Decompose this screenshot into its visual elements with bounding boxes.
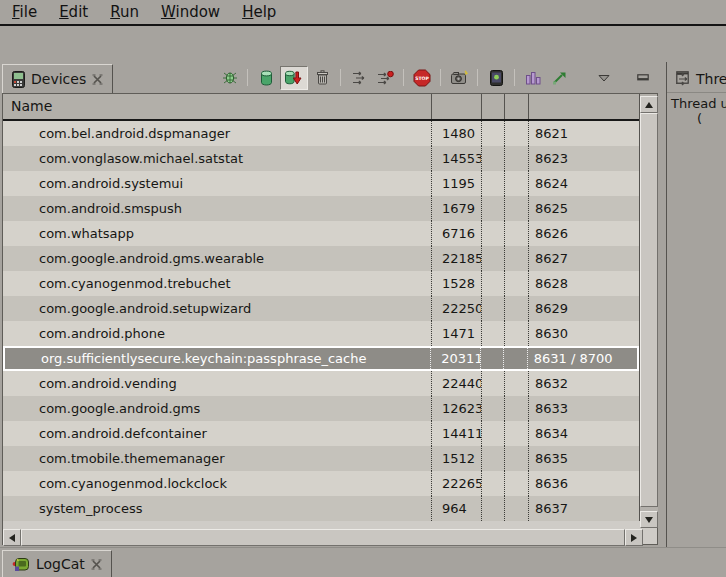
start-method-profiling-icon[interactable] xyxy=(373,66,397,90)
column-header-empty[interactable] xyxy=(481,94,504,119)
table-row[interactable]: org.sufficientlysecure.keychain:passphra… xyxy=(3,346,639,371)
cell-empty xyxy=(481,221,504,246)
cell-port: 8621 xyxy=(528,121,639,146)
menu-edit[interactable]: Edit xyxy=(51,1,96,23)
tab-devices[interactable]: Devices xyxy=(2,64,113,93)
cell-empty xyxy=(504,396,528,421)
menu-window[interactable]: Window xyxy=(153,1,228,23)
cell-port: 8626 xyxy=(528,221,639,246)
column-header-name[interactable]: Name xyxy=(3,94,431,119)
svg-text:STOP: STOP xyxy=(415,76,429,81)
cell-empty xyxy=(504,121,528,146)
table-row[interactable]: com.whatsapp 6716 8626 xyxy=(3,221,639,246)
cell-empty xyxy=(503,348,527,369)
cell-port: 8625 xyxy=(528,196,639,221)
cell-name: com.tmobile.thememanager xyxy=(3,446,431,471)
cell-empty xyxy=(504,146,528,171)
cell-empty xyxy=(504,471,528,496)
table-row[interactable]: com.google.android.setupwizard 22250 862… xyxy=(3,296,639,321)
cell-name: com.android.smspush xyxy=(3,196,431,221)
horizontal-scrollbar[interactable] xyxy=(3,529,643,546)
stop-process-icon[interactable]: STOP xyxy=(410,66,434,90)
column-header-pid[interactable] xyxy=(431,94,481,119)
menu-help[interactable]: Help xyxy=(234,1,284,23)
tab-devices-label: Devices xyxy=(31,71,86,87)
table-row[interactable]: com.vonglasow.michael.satstat 14553 8623 xyxy=(3,146,639,171)
cell-pid: 14553 xyxy=(431,146,481,171)
minimize-icon[interactable] xyxy=(631,66,655,90)
cell-pid: 14411 xyxy=(431,421,481,446)
tab-logcat-label: LogCat xyxy=(36,556,85,572)
cell-port: 8635 xyxy=(528,446,639,471)
cell-empty xyxy=(481,496,504,521)
cell-name: com.bel.android.dspmanager xyxy=(3,121,431,146)
column-header-empty[interactable] xyxy=(504,94,528,119)
menu-run[interactable]: Run xyxy=(102,1,147,23)
tab-threads[interactable]: Threads xyxy=(670,64,726,93)
close-icon[interactable] xyxy=(92,74,103,85)
scroll-down-button[interactable] xyxy=(640,511,658,528)
threads-panel: Threads Thread up ( xyxy=(666,62,726,547)
threads-message-line2: ( xyxy=(671,111,726,126)
cell-name: com.google.android.gms.wearable xyxy=(3,246,431,271)
horizontal-scroll-thumb[interactable] xyxy=(21,529,625,546)
table-row[interactable]: com.google.android.gms.wearable 22185 86… xyxy=(3,246,639,271)
menu-file[interactable]: File xyxy=(4,1,45,23)
dump-hprof-icon[interactable] xyxy=(280,66,308,90)
table-row[interactable]: com.android.phone 1471 8630 xyxy=(3,321,639,346)
scroll-up-button[interactable] xyxy=(640,96,658,113)
cell-empty xyxy=(481,396,504,421)
phone-icon xyxy=(12,71,25,88)
cell-empty xyxy=(481,146,504,171)
toolbar-separator xyxy=(247,69,248,86)
debug-process-icon[interactable] xyxy=(217,66,241,90)
cell-port: 8623 xyxy=(528,146,639,171)
device-view-icon[interactable] xyxy=(484,66,508,90)
column-header-port[interactable] xyxy=(528,94,639,119)
table-row[interactable]: com.cyanogenmod.trebuchet 1528 8628 xyxy=(3,271,639,296)
capture-view-hierarchy-icon[interactable] xyxy=(521,66,545,90)
toolbar-separator xyxy=(440,69,441,86)
cell-port: 8632 xyxy=(528,371,639,396)
table-row[interactable]: com.tmobile.thememanager 1512 8635 xyxy=(3,446,639,471)
table-row[interactable]: com.android.systemui 1195 8624 xyxy=(3,171,639,196)
table-row[interactable]: com.cyanogenmod.lockclock 22265 8636 xyxy=(3,471,639,496)
tab-threads-label: Threads xyxy=(696,71,726,87)
cell-empty xyxy=(481,371,504,396)
vertical-scrollbar[interactable] xyxy=(640,96,658,528)
cell-empty xyxy=(504,496,528,521)
table-row[interactable]: com.android.vending 22440 8632 xyxy=(3,371,639,396)
cell-empty xyxy=(481,296,504,321)
panel-divider xyxy=(0,547,726,548)
toolbar-separator xyxy=(514,69,515,86)
threads-message: Thread up ( xyxy=(667,93,726,126)
toolbar-separator xyxy=(403,69,404,86)
update-heap-icon[interactable] xyxy=(254,66,278,90)
cell-pid: 1195 xyxy=(431,171,481,196)
cell-empty xyxy=(504,371,528,396)
cell-empty xyxy=(481,421,504,446)
cause-gc-icon[interactable] xyxy=(310,66,334,90)
update-threads-icon[interactable] xyxy=(347,66,371,90)
cell-name: com.cyanogenmod.lockclock xyxy=(3,471,431,496)
vertical-scroll-thumb[interactable] xyxy=(640,113,658,507)
cell-name: com.android.vending xyxy=(3,371,431,396)
close-icon[interactable] xyxy=(91,559,102,570)
screen-capture-icon[interactable] xyxy=(447,66,471,90)
table-row[interactable]: system_process 964 8637 xyxy=(3,496,639,521)
scroll-right-button[interactable] xyxy=(625,529,643,546)
systrace-icon[interactable] xyxy=(547,66,571,90)
table-row[interactable]: com.bel.android.dspmanager 1480 8621 xyxy=(3,121,639,146)
menu-bar: File Edit Run Window Help xyxy=(0,0,726,26)
tab-logcat[interactable]: LogCat xyxy=(2,550,112,577)
cell-pid: 1679 xyxy=(431,196,481,221)
cell-empty xyxy=(504,296,528,321)
cell-pid: 12623 xyxy=(431,396,481,421)
devices-panel: Devices xyxy=(0,62,664,547)
table-row[interactable]: com.google.android.gms 12623 8633 xyxy=(3,396,639,421)
view-menu-icon[interactable] xyxy=(592,66,616,90)
table-row[interactable]: com.android.defcontainer 14411 8634 xyxy=(3,421,639,446)
table-row[interactable]: com.android.smspush 1679 8625 xyxy=(3,196,639,221)
scroll-left-button[interactable] xyxy=(3,529,21,546)
cell-pid: 6716 xyxy=(431,221,481,246)
